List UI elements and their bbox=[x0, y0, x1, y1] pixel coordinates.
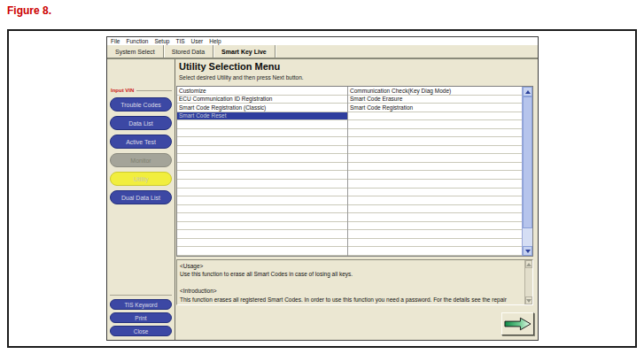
table-row bbox=[348, 239, 522, 248]
table-row bbox=[348, 146, 522, 155]
scrollbar-track[interactable] bbox=[523, 96, 532, 246]
description-scroll-down-button[interactable] bbox=[525, 296, 532, 304]
table-row bbox=[177, 154, 347, 163]
menu-bar: File Function Setup TIS User Help bbox=[107, 37, 538, 45]
table-row bbox=[348, 222, 522, 231]
table-row bbox=[348, 196, 522, 205]
sidebar-footer-separator bbox=[110, 295, 172, 296]
tis-keyword-button[interactable]: TIS Keyword bbox=[110, 299, 172, 310]
monitor-button[interactable]: Monitor bbox=[110, 153, 172, 167]
table-row bbox=[348, 129, 522, 138]
app-window: File Function Setup TIS User Help System… bbox=[106, 36, 539, 341]
page: Figure 8. File Function Setup TIS User H… bbox=[0, 0, 644, 354]
introduction-header: <Introduction> bbox=[180, 287, 522, 295]
data-list-button[interactable]: Data List bbox=[110, 116, 172, 130]
menu-item-user[interactable]: User bbox=[191, 38, 204, 44]
description-panel: <Usage> Use this function to erase all S… bbox=[176, 259, 533, 305]
introduction-text: This function erases all registered Smar… bbox=[180, 296, 522, 304]
active-test-button[interactable]: Active Test bbox=[110, 135, 172, 149]
table-row bbox=[177, 247, 347, 256]
main-panel: Utility Selection Menu Select desired Ut… bbox=[175, 59, 538, 340]
sidebar-buttons: Trouble Codes Data List Active Test Moni… bbox=[110, 97, 172, 204]
table-row bbox=[177, 230, 347, 239]
print-button[interactable]: Print bbox=[110, 312, 172, 323]
table-row bbox=[348, 230, 522, 239]
table-row[interactable]: Smart Code Registration bbox=[348, 104, 522, 112]
arrow-down-icon bbox=[526, 299, 531, 303]
table-row[interactable]: Communication Check(Key Diag Mode) bbox=[348, 87, 522, 96]
utility-list-right-column: Communication Check(Key Diag Mode)Smart … bbox=[348, 87, 522, 256]
utility-list-left-column: CustomizeECU Communication ID Registrati… bbox=[177, 87, 348, 256]
figure-caption: Figure 8. bbox=[7, 4, 51, 17]
table-scrollbar[interactable] bbox=[522, 87, 532, 256]
table-row bbox=[348, 205, 522, 214]
table-row bbox=[177, 120, 347, 129]
table-row bbox=[348, 189, 522, 197]
table-row bbox=[177, 196, 347, 205]
table-row bbox=[348, 163, 522, 172]
close-button[interactable]: Close bbox=[110, 326, 172, 336]
scroll-up-button[interactable] bbox=[523, 87, 532, 96]
input-vin-label: Input VIN bbox=[111, 88, 134, 93]
tab-stored-data[interactable]: Stored Data bbox=[164, 45, 213, 58]
sidebar-footer: TIS Keyword Print Close bbox=[110, 295, 172, 336]
usage-text: Use this function to erase all Smart Cod… bbox=[180, 270, 522, 278]
trouble-codes-button[interactable]: Trouble Codes bbox=[110, 97, 172, 112]
table-row bbox=[177, 129, 347, 138]
menu-item-file[interactable]: File bbox=[111, 38, 120, 44]
table-row bbox=[348, 180, 522, 189]
table-row bbox=[177, 239, 347, 248]
table-row bbox=[177, 146, 347, 155]
input-vin-section: Input VIN bbox=[111, 88, 172, 93]
description-text: <Usage> Use this function to erase all S… bbox=[177, 260, 524, 304]
table-row bbox=[177, 171, 347, 180]
scrollbar-thumb[interactable] bbox=[523, 96, 532, 228]
menu-item-function[interactable]: Function bbox=[126, 38, 148, 44]
app-body: Input VIN Trouble Codes Data List Active… bbox=[107, 59, 538, 340]
table-row bbox=[348, 120, 522, 129]
table-row[interactable]: Customize bbox=[177, 87, 347, 96]
table-row[interactable]: Smart Code Reset bbox=[177, 112, 347, 121]
next-button[interactable] bbox=[501, 312, 534, 335]
sidebar: Input VIN Trouble Codes Data List Active… bbox=[107, 59, 175, 340]
tab-bar: System Select Stored Data Smart Key Live bbox=[107, 45, 538, 59]
description-scrollbar[interactable] bbox=[524, 260, 532, 304]
description-scroll-up-button[interactable] bbox=[525, 260, 532, 268]
table-row bbox=[177, 163, 347, 172]
table-row bbox=[177, 222, 347, 231]
table-row bbox=[348, 213, 522, 222]
table-row bbox=[177, 205, 347, 214]
tab-smart-key-live[interactable]: Smart Key Live bbox=[213, 45, 275, 58]
utility-selection-table: CustomizeECU Communication ID Registrati… bbox=[176, 86, 533, 257]
arrow-down-icon bbox=[525, 250, 531, 253]
page-title: Utility Selection Menu bbox=[179, 61, 280, 72]
page-subtitle: Select desired Utility and then press Ne… bbox=[179, 74, 304, 81]
usage-header: <Usage> bbox=[180, 262, 522, 270]
table-row bbox=[177, 213, 347, 222]
arrow-up-icon bbox=[526, 263, 531, 266]
menu-item-setup[interactable]: Setup bbox=[154, 38, 169, 44]
dual-data-list-button[interactable]: Dual Data List bbox=[110, 190, 172, 204]
green-right-arrow-icon bbox=[504, 316, 531, 332]
input-vin-separator bbox=[136, 90, 172, 91]
table-row bbox=[177, 189, 347, 197]
scroll-down-button[interactable] bbox=[523, 246, 532, 256]
arrow-up-icon bbox=[525, 90, 531, 94]
table-row[interactable]: Smart Code Registration (Classic) bbox=[177, 104, 347, 112]
table-row bbox=[348, 154, 522, 163]
table-row[interactable]: ECU Communication ID Registration bbox=[177, 96, 347, 104]
table-row[interactable]: Smart Code Erasure bbox=[348, 96, 522, 104]
table-row bbox=[348, 171, 522, 180]
table-row bbox=[177, 137, 347, 146]
utility-button[interactable]: Utility bbox=[110, 172, 172, 186]
menu-item-tis[interactable]: TIS bbox=[175, 38, 184, 44]
table-row bbox=[348, 247, 522, 256]
table-row bbox=[177, 180, 347, 189]
table-row bbox=[348, 112, 522, 121]
table-row bbox=[348, 137, 522, 146]
tab-system-select[interactable]: System Select bbox=[107, 45, 164, 58]
menu-item-help[interactable]: Help bbox=[209, 38, 221, 44]
